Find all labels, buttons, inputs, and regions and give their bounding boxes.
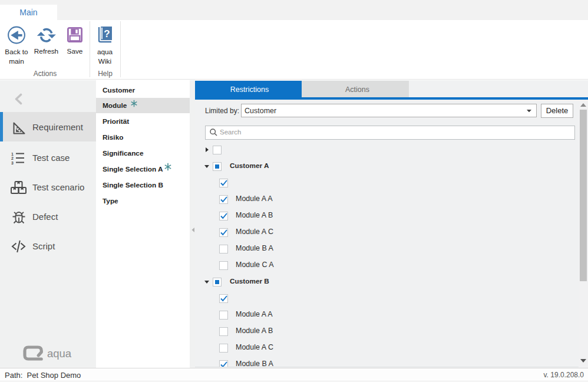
svg-text:2: 2	[11, 156, 14, 160]
svg-text:1: 1	[11, 152, 14, 156]
svg-text:3: 3	[11, 161, 14, 165]
svg-text:?: ?	[104, 28, 110, 39]
